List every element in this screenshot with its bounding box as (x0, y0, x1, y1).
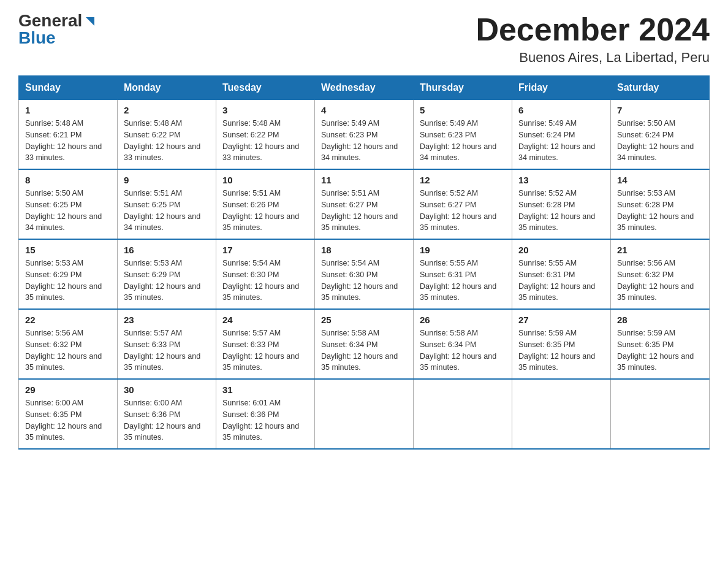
day-info: Sunrise: 5:56 AM Sunset: 6:32 PM Dayligh… (617, 258, 703, 304)
day-info: Sunrise: 6:00 AM Sunset: 6:35 PM Dayligh… (25, 397, 111, 443)
table-row (611, 379, 710, 449)
day-info: Sunrise: 5:59 AM Sunset: 6:35 PM Dayligh… (518, 327, 604, 373)
day-info: Sunrise: 5:57 AM Sunset: 6:33 PM Dayligh… (124, 327, 210, 373)
table-row: 1 Sunrise: 5:48 AM Sunset: 6:21 PM Dayli… (19, 100, 118, 170)
day-info: Sunrise: 5:55 AM Sunset: 6:31 PM Dayligh… (518, 258, 604, 304)
day-number: 27 (518, 315, 604, 325)
day-info: Sunrise: 5:50 AM Sunset: 6:24 PM Dayligh… (617, 118, 703, 164)
calendar-subtitle: Buenos Aires, La Libertad, Peru (476, 50, 710, 66)
svg-marker-0 (86, 17, 94, 26)
day-info: Sunrise: 5:58 AM Sunset: 6:34 PM Dayligh… (420, 327, 506, 373)
day-number: 25 (321, 315, 407, 325)
day-info: Sunrise: 5:49 AM Sunset: 6:23 PM Dayligh… (321, 118, 407, 164)
table-row: 4 Sunrise: 5:49 AM Sunset: 6:23 PM Dayli… (315, 100, 414, 170)
calendar-table: Sunday Monday Tuesday Wednesday Thursday… (18, 75, 710, 450)
day-number: 12 (420, 175, 506, 185)
table-row: 20 Sunrise: 5:55 AM Sunset: 6:31 PM Dayl… (512, 239, 611, 309)
table-row: 25 Sunrise: 5:58 AM Sunset: 6:34 PM Dayl… (315, 309, 414, 379)
col-tuesday: Tuesday (216, 76, 315, 100)
table-row (414, 379, 512, 449)
day-number: 21 (617, 245, 703, 255)
col-friday: Friday (512, 76, 611, 100)
day-number: 6 (518, 105, 604, 115)
table-row: 13 Sunrise: 5:52 AM Sunset: 6:28 PM Dayl… (512, 169, 611, 239)
calendar-week-row: 15 Sunrise: 5:53 AM Sunset: 6:29 PM Dayl… (19, 239, 710, 309)
day-info: Sunrise: 5:50 AM Sunset: 6:25 PM Dayligh… (25, 188, 111, 234)
table-row: 12 Sunrise: 5:52 AM Sunset: 6:27 PM Dayl… (414, 169, 512, 239)
table-row: 6 Sunrise: 5:49 AM Sunset: 6:24 PM Dayli… (512, 100, 611, 170)
day-info: Sunrise: 5:55 AM Sunset: 6:31 PM Dayligh… (420, 258, 506, 304)
table-row: 19 Sunrise: 5:55 AM Sunset: 6:31 PM Dayl… (414, 239, 512, 309)
table-row: 3 Sunrise: 5:48 AM Sunset: 6:22 PM Dayli… (216, 100, 315, 170)
day-number: 8 (25, 175, 111, 185)
table-row: 8 Sunrise: 5:50 AM Sunset: 6:25 PM Dayli… (19, 169, 118, 239)
day-info: Sunrise: 5:49 AM Sunset: 6:24 PM Dayligh… (518, 118, 604, 164)
day-number: 3 (222, 105, 308, 115)
table-row: 18 Sunrise: 5:54 AM Sunset: 6:30 PM Dayl… (315, 239, 414, 309)
day-info: Sunrise: 5:53 AM Sunset: 6:28 PM Dayligh… (617, 188, 703, 234)
table-row: 22 Sunrise: 5:56 AM Sunset: 6:32 PM Dayl… (19, 309, 118, 379)
day-number: 29 (25, 385, 111, 395)
page-header: General Blue December 2024 Buenos Aires,… (18, 12, 710, 66)
day-info: Sunrise: 5:54 AM Sunset: 6:30 PM Dayligh… (222, 258, 308, 304)
table-row: 24 Sunrise: 5:57 AM Sunset: 6:33 PM Dayl… (216, 309, 315, 379)
table-row: 11 Sunrise: 5:51 AM Sunset: 6:27 PM Dayl… (315, 169, 414, 239)
day-info: Sunrise: 6:00 AM Sunset: 6:36 PM Dayligh… (124, 397, 210, 443)
table-row: 5 Sunrise: 5:49 AM Sunset: 6:23 PM Dayli… (414, 100, 512, 170)
col-saturday: Saturday (611, 76, 710, 100)
logo-arrow-icon (83, 15, 97, 28)
day-info: Sunrise: 5:53 AM Sunset: 6:29 PM Dayligh… (124, 258, 210, 304)
day-info: Sunrise: 5:59 AM Sunset: 6:35 PM Dayligh… (617, 327, 703, 373)
day-number: 31 (222, 385, 308, 395)
calendar-week-row: 1 Sunrise: 5:48 AM Sunset: 6:21 PM Dayli… (19, 100, 710, 170)
day-number: 22 (25, 315, 111, 325)
day-number: 16 (124, 245, 210, 255)
calendar-header-row: Sunday Monday Tuesday Wednesday Thursday… (19, 76, 710, 100)
col-thursday: Thursday (414, 76, 512, 100)
table-row: 28 Sunrise: 5:59 AM Sunset: 6:35 PM Dayl… (611, 309, 710, 379)
day-number: 26 (420, 315, 506, 325)
table-row: 26 Sunrise: 5:58 AM Sunset: 6:34 PM Dayl… (414, 309, 512, 379)
day-info: Sunrise: 6:01 AM Sunset: 6:36 PM Dayligh… (222, 397, 308, 443)
table-row: 30 Sunrise: 6:00 AM Sunset: 6:36 PM Dayl… (118, 379, 216, 449)
table-row: 15 Sunrise: 5:53 AM Sunset: 6:29 PM Dayl… (19, 239, 118, 309)
day-info: Sunrise: 5:51 AM Sunset: 6:27 PM Dayligh… (321, 188, 407, 234)
table-row: 10 Sunrise: 5:51 AM Sunset: 6:26 PM Dayl… (216, 169, 315, 239)
day-number: 1 (25, 105, 111, 115)
day-info: Sunrise: 5:52 AM Sunset: 6:27 PM Dayligh… (420, 188, 506, 234)
table-row: 17 Sunrise: 5:54 AM Sunset: 6:30 PM Dayl… (216, 239, 315, 309)
day-info: Sunrise: 5:53 AM Sunset: 6:29 PM Dayligh… (25, 258, 111, 304)
day-number: 11 (321, 175, 407, 185)
day-info: Sunrise: 5:48 AM Sunset: 6:21 PM Dayligh… (25, 118, 111, 164)
day-number: 9 (124, 175, 210, 185)
day-number: 4 (321, 105, 407, 115)
day-number: 19 (420, 245, 506, 255)
table-row: 16 Sunrise: 5:53 AM Sunset: 6:29 PM Dayl… (118, 239, 216, 309)
day-number: 7 (617, 105, 703, 115)
logo-blue: Blue (18, 29, 56, 47)
col-monday: Monday (118, 76, 216, 100)
logo-general: General (18, 12, 82, 29)
col-sunday: Sunday (19, 76, 118, 100)
table-row: 9 Sunrise: 5:51 AM Sunset: 6:25 PM Dayli… (118, 169, 216, 239)
day-number: 15 (25, 245, 111, 255)
calendar-title: December 2024 (476, 12, 710, 47)
day-info: Sunrise: 5:51 AM Sunset: 6:26 PM Dayligh… (222, 188, 308, 234)
table-row (315, 379, 414, 449)
calendar-week-row: 8 Sunrise: 5:50 AM Sunset: 6:25 PM Dayli… (19, 169, 710, 239)
day-info: Sunrise: 5:57 AM Sunset: 6:33 PM Dayligh… (222, 327, 308, 373)
day-info: Sunrise: 5:48 AM Sunset: 6:22 PM Dayligh… (124, 118, 210, 164)
day-number: 5 (420, 105, 506, 115)
day-number: 14 (617, 175, 703, 185)
day-info: Sunrise: 5:58 AM Sunset: 6:34 PM Dayligh… (321, 327, 407, 373)
day-info: Sunrise: 5:51 AM Sunset: 6:25 PM Dayligh… (124, 188, 210, 234)
table-row (512, 379, 611, 449)
day-info: Sunrise: 5:52 AM Sunset: 6:28 PM Dayligh… (518, 188, 604, 234)
day-info: Sunrise: 5:54 AM Sunset: 6:30 PM Dayligh… (321, 258, 407, 304)
day-number: 13 (518, 175, 604, 185)
col-wednesday: Wednesday (315, 76, 414, 100)
day-number: 28 (617, 315, 703, 325)
table-row: 31 Sunrise: 6:01 AM Sunset: 6:36 PM Dayl… (216, 379, 315, 449)
table-row: 21 Sunrise: 5:56 AM Sunset: 6:32 PM Dayl… (611, 239, 710, 309)
day-info: Sunrise: 5:48 AM Sunset: 6:22 PM Dayligh… (222, 118, 308, 164)
